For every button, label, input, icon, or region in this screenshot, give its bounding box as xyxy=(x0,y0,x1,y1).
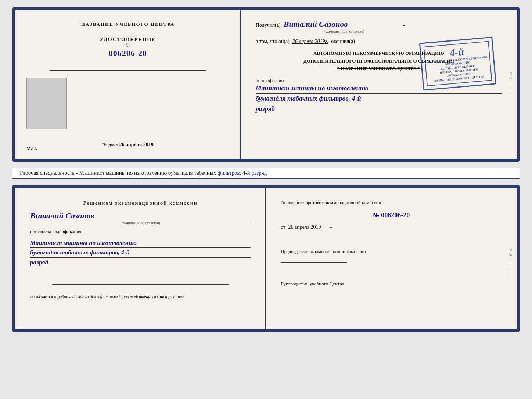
cert-mp-label: М.П. xyxy=(26,146,37,152)
profession-line2: бумагидля табачных фильтров, 4-й xyxy=(256,94,502,104)
cert-stamp-inner: 4-й АВТОНОМНУЮ НЕКОММЕРЧЕСКУЮ ОРГАНИЗАЦИ… xyxy=(424,41,492,86)
bottom-allowed-block: допускается к работе согласно должностны… xyxy=(30,294,251,300)
recipient-sublabel: (фамилия, имя, отчество) xyxy=(284,29,405,33)
cert-issued-label: Выдано 26 апреля 2019 xyxy=(102,142,154,147)
cert-photo-placeholder xyxy=(26,78,67,129)
num-value: 006206-20 xyxy=(381,211,410,219)
recipient-dash: – xyxy=(403,22,405,28)
bottom-number: № 006206-20 xyxy=(281,211,502,219)
director-signature xyxy=(281,295,347,295)
bottom-divider xyxy=(52,284,229,285)
bottom-profession-3: разряд xyxy=(30,258,251,268)
cert-issued-block: Выдано 26 апреля 2019 xyxy=(102,141,154,148)
cert-issued-date: 26 апреля 2019 xyxy=(119,142,153,147)
bottom-date: от 26 апреля 2019 – xyxy=(281,224,502,230)
certificate-top: НАЗВАНИЕ УЧЕБНОГО ЦЕНТРА УДОСТОВЕРЕНИЕ №… xyxy=(12,7,520,162)
cert-left-panel: НАЗВАНИЕ УЧЕБНОГО ЦЕНТРА УДОСТОВЕРЕНИЕ №… xyxy=(15,10,241,159)
cert-udost-block: УДОСТОВЕРЕНИЕ № 006206-20 xyxy=(100,37,156,58)
date-dash: – xyxy=(330,224,332,230)
date-prefix: от xyxy=(281,224,285,230)
cert-school-title: НАЗВАНИЕ УЧЕБНОГО ЦЕНТРА xyxy=(81,21,175,27)
bottom-profession-2: бумагидля табачных фильтров, 4-й xyxy=(30,248,251,258)
bottom-spacer xyxy=(30,271,251,278)
bottom-name: Виталий Сазонов xyxy=(30,211,251,221)
right-spacer2 xyxy=(281,268,502,275)
cert-number-prefix: № xyxy=(100,43,156,49)
bottom-name-sublabel: (фамилия, имя, отчество) xyxy=(30,221,251,225)
description-main: Рабочая специальность - Машинист машины … xyxy=(20,170,216,176)
stamp-number: 4-й xyxy=(449,46,464,58)
bottom-left-panel: Решением экзаменационной комиссии Витали… xyxy=(15,188,266,329)
cert-udost-label: УДОСТОВЕРЕНИЕ xyxy=(100,37,156,43)
num-prefix: № xyxy=(373,211,380,219)
right-spacer1 xyxy=(281,235,502,243)
description-underlined: фильтров, 4-й разряд xyxy=(218,170,267,176)
bottom-document: Решением экзаменационной комиссии Витали… xyxy=(12,185,520,332)
body-text-1: в том, что он(а) xyxy=(256,39,290,44)
bottom-right-panel: Основание: протокол экзаменационной коми… xyxy=(266,188,517,329)
recipient-name: Виталий Сазонов xyxy=(284,19,394,29)
edge-marks-bottom: – – и ,а ←– – – – xyxy=(506,188,517,329)
basis-label: Основание: протокол экзаменационной коми… xyxy=(281,199,502,206)
cert-divider-line xyxy=(50,70,206,71)
body-text-2: окончил(а) xyxy=(331,39,355,44)
recipient-block: Виталий Сазонов – (фамилия, имя, отчеств… xyxy=(284,19,405,33)
bottom-title: Решением экзаменационной комиссии xyxy=(30,199,251,207)
edge-marks-top: – и ,а ←– – – – xyxy=(506,10,517,159)
description-strip: Рабочая специальность - Машинист машины … xyxy=(12,168,520,179)
chairman-label: Председатель экзаменационной комиссии xyxy=(281,248,502,255)
cert-number: 006206-20 xyxy=(100,49,156,58)
recipient-row: Получил(а) Виталий Сазонов – (фамилия, и… xyxy=(256,19,502,33)
cert-right-panel: Получил(а) Виталий Сазонов – (фамилия, и… xyxy=(241,10,517,159)
cert-stamp: 4-й АВТОНОМНУЮ НЕКОММЕРЧЕСКУЮ ОРГАНИЗАЦИ… xyxy=(419,37,497,91)
bottom-allowed-value: работе согласно должностным (производств… xyxy=(57,294,184,299)
date-value: 26 апреля 2019 xyxy=(288,224,321,230)
profession-line3: разряд xyxy=(256,104,502,114)
body-date: 26 апреля 2019г. xyxy=(292,39,328,44)
bottom-profession-1: Машинист машины по изготовлению xyxy=(30,238,251,248)
director-label: Руководитель учебного Центра xyxy=(281,280,502,288)
issued-text: Выдано xyxy=(102,142,118,147)
bottom-allowed-label: допускается к xyxy=(30,294,56,299)
bottom-profession-block: Машинист машины по изготовлению бумагидл… xyxy=(30,238,251,268)
chairman-signature xyxy=(281,262,347,263)
bottom-name-block: Виталий Сазонов (фамилия, имя, отчество) xyxy=(30,211,251,225)
bottom-assigned-label: присвоена квалификация xyxy=(30,229,251,235)
recipient-prefix: Получил(а) xyxy=(256,22,281,28)
